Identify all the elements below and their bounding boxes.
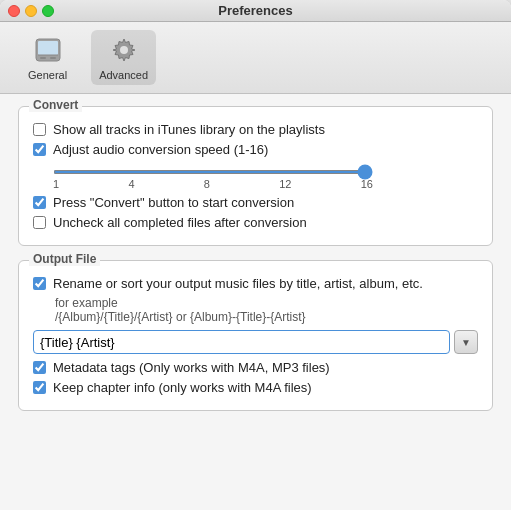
window-title: Preferences [218, 3, 292, 18]
content-area: Convert Show all tracks in iTunes librar… [0, 94, 511, 510]
output-section: Output File Rename or sort your output m… [18, 260, 493, 411]
uncheck-completed-checkbox[interactable] [33, 216, 46, 229]
chapter-checkbox[interactable] [33, 381, 46, 394]
speed-slider-container: 1 4 8 12 16 [53, 162, 478, 190]
dropdown-arrow-icon: ▼ [461, 337, 471, 348]
general-label: General [28, 69, 67, 81]
tick-4: 4 [128, 178, 134, 190]
general-icon [32, 34, 64, 66]
maximize-button[interactable] [42, 5, 54, 17]
metadata-checkbox[interactable] [33, 361, 46, 374]
convert-section: Convert Show all tracks in iTunes librar… [18, 106, 493, 246]
rename-label[interactable]: Rename or sort your output music files b… [53, 276, 423, 291]
svg-rect-3 [50, 57, 56, 59]
example-label: for example [55, 296, 478, 310]
filename-dropdown-button[interactable]: ▼ [454, 330, 478, 354]
svg-rect-1 [38, 41, 58, 55]
speed-slider[interactable] [53, 170, 373, 174]
press-convert-row: Press "Convert" button to start conversi… [33, 195, 478, 210]
svg-point-6 [120, 46, 128, 54]
filename-input-row: ▼ [33, 330, 478, 354]
show-tracks-checkbox[interactable] [33, 123, 46, 136]
metadata-row: Metadata tags (Only works with M4A, MP3 … [33, 360, 478, 375]
adjust-audio-row: Adjust audio conversion speed (1-16) [33, 142, 478, 157]
convert-section-title: Convert [29, 98, 82, 112]
close-button[interactable] [8, 5, 20, 17]
adjust-audio-label[interactable]: Adjust audio conversion speed (1-16) [53, 142, 268, 157]
show-tracks-row: Show all tracks in iTunes library on the… [33, 122, 478, 137]
preferences-window: Preferences General [0, 0, 511, 510]
advanced-label: Advanced [99, 69, 148, 81]
example-path: /{Album}/{Title}/{Artist} or {Album}-{Ti… [55, 310, 478, 324]
toolbar-item-general[interactable]: General [20, 30, 75, 85]
tick-16: 16 [361, 178, 373, 190]
output-section-content: Rename or sort your output music files b… [33, 276, 478, 395]
title-bar: Preferences [0, 0, 511, 22]
toolbar: General Advanced [0, 22, 511, 94]
metadata-label[interactable]: Metadata tags (Only works with M4A, MP3 … [53, 360, 330, 375]
tick-12: 12 [279, 178, 291, 190]
press-convert-label[interactable]: Press "Convert" button to start conversi… [53, 195, 294, 210]
output-section-title: Output File [29, 252, 100, 266]
toolbar-item-advanced[interactable]: Advanced [91, 30, 156, 85]
filename-input[interactable] [33, 330, 450, 354]
tick-1: 1 [53, 178, 59, 190]
rename-checkbox[interactable] [33, 277, 46, 290]
press-convert-checkbox[interactable] [33, 196, 46, 209]
uncheck-completed-row: Uncheck all completed files after conver… [33, 215, 478, 230]
chapter-label[interactable]: Keep chapter info (only works with M4A f… [53, 380, 312, 395]
chapter-row: Keep chapter info (only works with M4A f… [33, 380, 478, 395]
adjust-audio-checkbox[interactable] [33, 143, 46, 156]
convert-section-content: Show all tracks in iTunes library on the… [33, 122, 478, 230]
traffic-lights [8, 5, 54, 17]
tick-8: 8 [204, 178, 210, 190]
uncheck-completed-label[interactable]: Uncheck all completed files after conver… [53, 215, 307, 230]
svg-rect-2 [40, 57, 46, 59]
advanced-icon [108, 34, 140, 66]
minimize-button[interactable] [25, 5, 37, 17]
show-tracks-label[interactable]: Show all tracks in iTunes library on the… [53, 122, 325, 137]
rename-row: Rename or sort your output music files b… [33, 276, 478, 291]
